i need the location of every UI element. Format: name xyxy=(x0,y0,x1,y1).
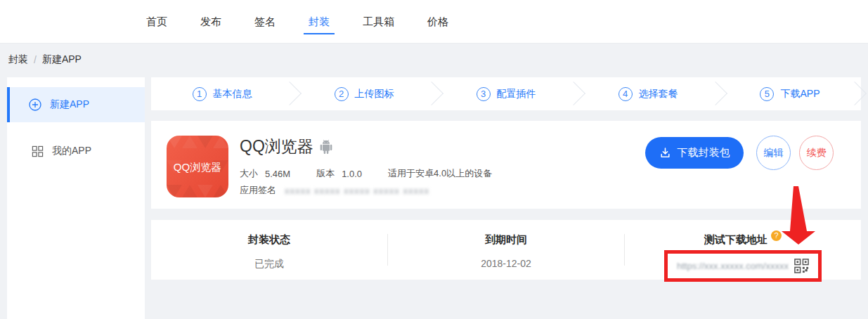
step-basic-info[interactable]: 1 基本信息 xyxy=(151,77,293,110)
step-label: 下载APP xyxy=(780,88,820,100)
download-icon xyxy=(659,147,671,159)
app-name: QQ浏览器 xyxy=(240,136,313,157)
breadcrumb-current: 新建APP xyxy=(42,53,82,66)
top-header: 首页 发布 签名 封装 工具箱 价格 xyxy=(0,0,868,44)
step-number: 3 xyxy=(477,87,491,101)
nav-item-package[interactable]: 封装 xyxy=(309,0,330,44)
nav-item-toolbox[interactable]: 工具箱 xyxy=(363,0,394,44)
grid-icon xyxy=(32,145,44,157)
download-package-button[interactable]: 下载封装包 xyxy=(645,137,744,169)
breadcrumb-separator: / xyxy=(34,54,37,65)
test-download-column: 测试下载地址 ? https://xxx.xxxxx.com/xxxxx xyxy=(625,220,861,280)
app-summary-card: QQ浏览器 QQ浏览器 大小 5.46M 版本 1.0.0 适用于安卓4.0以上… xyxy=(151,121,861,209)
status-card: 封装状态 已完成 到期时间 2018-12-02 测试下载地址 ? https:… xyxy=(151,220,861,280)
signature-label: 应用签名 xyxy=(240,184,276,197)
step-label: 上传图标 xyxy=(355,88,394,100)
step-number: 2 xyxy=(335,87,349,101)
step-wizard: 1 基本信息 2 上传图标 3 配置插件 4 选择套餐 5 下载APP xyxy=(151,77,861,110)
test-download-url-obscured[interactable]: https://xxx.xxxxx.com/xxxxx xyxy=(677,261,789,271)
step-choose-plan[interactable]: 4 选择套餐 xyxy=(577,77,719,110)
highlight-rectangle: https://xxx.xxxxx.com/xxxxx xyxy=(664,250,822,282)
package-status-value: 已完成 xyxy=(151,258,387,271)
step-number: 5 xyxy=(760,87,774,101)
nav-item-price[interactable]: 价格 xyxy=(427,0,448,44)
step-number: 1 xyxy=(193,87,207,101)
step-label: 配置插件 xyxy=(497,88,536,100)
nav-item-signature[interactable]: 签名 xyxy=(254,0,276,44)
expiry-label: 到期时间 xyxy=(388,233,624,247)
size-value: 5.46M xyxy=(265,169,290,179)
size-label: 大小 xyxy=(240,167,258,180)
step-number: 4 xyxy=(618,87,633,101)
compat-text: 适用于安卓4.0以上的设备 xyxy=(388,167,492,180)
expiry-value: 2018-12-02 xyxy=(388,258,624,269)
renew-button[interactable]: 续费 xyxy=(799,136,834,170)
app-meta-row: 大小 5.46M 版本 1.0.0 适用于安卓4.0以上的设备 xyxy=(240,167,492,180)
version-value: 1.0.0 xyxy=(342,169,362,179)
expiry-column: 到期时间 2018-12-02 xyxy=(388,220,624,280)
package-status-label: 封装状态 xyxy=(151,233,387,247)
breadcrumb-section[interactable]: 封装 xyxy=(8,53,28,66)
sidebar-item-my-app[interactable]: 我的APP xyxy=(7,136,145,166)
nav-item-publish[interactable]: 发布 xyxy=(200,0,221,44)
signature-value-obscured: xxxxx xxxxx xxxxx xxxxx xxxxx xyxy=(285,185,429,196)
main-nav: 首页 发布 签名 封装 工具箱 价格 xyxy=(146,0,448,44)
step-configure-plugins[interactable]: 3 配置插件 xyxy=(435,77,577,110)
sidebar: 新建APP 我的APP xyxy=(7,77,145,319)
app-icon: QQ浏览器 xyxy=(167,136,228,197)
download-button-label: 下载封装包 xyxy=(678,146,730,160)
edit-button[interactable]: 编辑 xyxy=(756,136,791,170)
nav-item-home[interactable]: 首页 xyxy=(146,0,167,44)
help-icon[interactable]: ? xyxy=(771,230,782,241)
sidebar-item-new-app[interactable]: 新建APP xyxy=(7,87,145,122)
test-download-label: 测试下载地址 xyxy=(704,233,767,247)
android-icon xyxy=(319,140,333,154)
plus-circle-icon xyxy=(29,98,41,111)
breadcrumb: 封装 / 新建APP xyxy=(8,53,82,66)
app-signature-row: 应用签名 xxxxx xxxxx xxxxx xxxxx xxxxx xyxy=(240,184,429,197)
step-download-app[interactable]: 5 下载APP xyxy=(719,77,861,110)
step-upload-icon[interactable]: 2 上传图标 xyxy=(293,77,435,110)
version-label: 版本 xyxy=(316,167,335,180)
sidebar-item-label: 我的APP xyxy=(52,145,91,157)
app-icon-label: QQ浏览器 xyxy=(174,161,221,173)
step-label: 选择套餐 xyxy=(639,88,678,100)
qr-code-icon[interactable] xyxy=(794,259,809,273)
sidebar-item-label: 新建APP xyxy=(50,98,89,111)
package-status-column: 封装状态 已完成 xyxy=(151,220,387,280)
step-label: 基本信息 xyxy=(213,88,252,100)
